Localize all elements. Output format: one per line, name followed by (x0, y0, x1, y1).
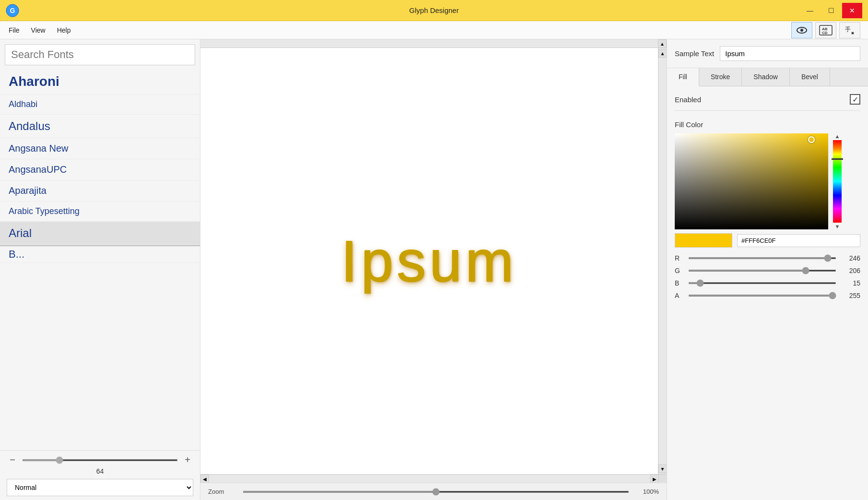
a-slider[interactable] (688, 295, 836, 297)
canvas-inner: Ipsum (200, 48, 658, 474)
font-style-dropdown[interactable]: Normal Bold Italic Bold Italic (7, 479, 193, 496)
export-icon: 手 (843, 24, 856, 37)
canvas-sample-text: Ipsum (341, 228, 517, 294)
a-label: A (675, 292, 683, 299)
g-slider-row: G 206 (675, 267, 860, 274)
b-slider[interactable] (688, 282, 836, 284)
canvas-wrapper: Ipsum (200, 48, 658, 474)
font-item-next[interactable]: B... (0, 245, 200, 263)
search-fonts-input[interactable] (5, 44, 195, 65)
g-slider[interactable] (688, 270, 836, 272)
scrollbar-corner (659, 475, 667, 482)
svg-point-3 (800, 29, 803, 32)
a-value: 255 (841, 292, 860, 299)
svg-text:G: G (10, 7, 15, 14)
tab-shadow[interactable]: Shadow (742, 68, 790, 86)
color-preview-row (675, 233, 860, 248)
enabled-row: Enabled ✓ (675, 94, 860, 111)
right-panel: Sample Text Fill Stroke Shadow Bevel Ena… (667, 39, 868, 500)
font-size-value: 64 (7, 467, 193, 475)
eye-icon (796, 25, 808, 35)
menu-bar: File View Help AB CD 手 (0, 21, 868, 39)
title-bar: G Glyph Designer — ☐ ✕ (0, 0, 868, 21)
canvas-area: ▲ Ipsum ▲ ▼ ◀ ▶ Zoom (200, 39, 667, 500)
zoom-slider[interactable] (243, 491, 629, 493)
b-slider-row: B 15 (675, 279, 860, 287)
font-item-andalus[interactable]: Andalus (0, 115, 200, 138)
hue-arrow-down[interactable]: ▼ (835, 224, 840, 229)
svg-text:CD: CD (822, 31, 828, 35)
maximize-button[interactable]: ☐ (821, 3, 841, 18)
scroll-down-arrow[interactable]: ▼ (658, 464, 667, 473)
font-item-angsana-upc[interactable]: AngsanaUPC (0, 159, 200, 180)
font-item-aldhabi[interactable]: Aldhabi (0, 95, 200, 115)
color-hex-input[interactable] (737, 234, 860, 247)
fill-color-label: Fill Color (675, 120, 860, 129)
b-value: 15 (841, 279, 860, 287)
menu-view[interactable]: View (26, 24, 50, 36)
preview-tool-button[interactable] (791, 22, 812, 38)
export-tool-button[interactable]: 手 (839, 22, 860, 38)
scroll-up-arrow[interactable]: ▲ (658, 49, 667, 58)
r-label: R (675, 254, 683, 262)
font-item-arial[interactable]: Arial (0, 222, 200, 245)
enabled-label: Enabled (675, 95, 701, 104)
hue-bar[interactable] (833, 140, 842, 223)
sample-text-row: Sample Text (667, 39, 868, 68)
close-button[interactable]: ✕ (842, 3, 862, 18)
left-panel: Aharoni Aldhabi Andalus Angsana New Angs… (0, 39, 200, 500)
enabled-checkbox[interactable]: ✓ (850, 94, 860, 105)
font-item-aparajita[interactable]: Aparajita (0, 180, 200, 202)
hue-arrow-up[interactable]: ▲ (835, 133, 840, 139)
app-title: Glyph Designer (409, 6, 458, 14)
zoom-bar: Zoom 100% (200, 483, 667, 500)
tab-fill[interactable]: Fill (667, 68, 699, 86)
color-swatch[interactable] (675, 233, 732, 248)
app-icon: G (6, 4, 19, 17)
canvas-vscroll[interactable]: ▲ ▼ (658, 48, 667, 474)
r-slider-row: R 246 (675, 254, 860, 262)
b-label: B (675, 279, 683, 287)
size-decrease-button[interactable]: − (7, 454, 18, 465)
g-value: 206 (841, 267, 860, 274)
menu-items: File View Help (4, 24, 75, 36)
font-item-angsana-new[interactable]: Angsana New (0, 138, 200, 159)
a-slider-row: A 255 (675, 292, 860, 299)
minimize-button[interactable]: — (800, 3, 820, 18)
scroll-right-button[interactable]: ▶ (650, 475, 659, 483)
color-picker: ▲ ▼ (675, 133, 860, 229)
r-slider[interactable] (688, 257, 836, 259)
menu-tools: AB CD 手 (791, 22, 860, 38)
main-layout: Aharoni Aldhabi Andalus Angsana New Angs… (0, 39, 868, 500)
font-size-slider[interactable] (22, 459, 178, 461)
ab-cd-icon: AB CD (819, 25, 833, 36)
tabs-row: Fill Stroke Shadow Bevel (667, 68, 868, 86)
color-gradient-area[interactable] (675, 133, 828, 229)
font-item-arabic-typesetting[interactable]: Arabic Typesetting (0, 202, 200, 222)
sample-text-input[interactable] (720, 46, 860, 61)
scroll-up-button[interactable]: ▲ (658, 39, 667, 48)
size-slider-row: − + (7, 454, 193, 465)
font-list: Aharoni Aldhabi Andalus Angsana New Angs… (0, 67, 200, 450)
hue-bar-container: ▲ ▼ (831, 133, 844, 229)
title-bar-left: G (6, 4, 19, 17)
zoom-label: Zoom (208, 488, 237, 495)
menu-file[interactable]: File (4, 24, 24, 36)
svg-text:手: 手 (845, 26, 851, 33)
tab-stroke[interactable]: Stroke (699, 68, 742, 86)
size-increase-button[interactable]: + (182, 454, 193, 465)
sample-text-label: Sample Text (675, 49, 714, 58)
fill-content: Enabled ✓ Fill Color ▲ (667, 86, 868, 500)
hue-indicator (832, 158, 843, 160)
window-controls: — ☐ ✕ (800, 3, 862, 18)
tab-bevel[interactable]: Bevel (790, 68, 830, 86)
glyphs-tool-button[interactable]: AB CD (815, 22, 836, 38)
scroll-left-button[interactable]: ◀ (200, 475, 209, 483)
font-size-controls: − + 64 Normal Bold Italic Bold Italic (0, 450, 200, 500)
r-value: 246 (841, 254, 860, 262)
menu-help[interactable]: Help (52, 24, 76, 36)
rgba-sliders: R 246 G 206 B 15 A 255 (675, 254, 860, 299)
g-label: G (675, 267, 683, 274)
zoom-percent: 100% (635, 488, 659, 495)
font-item-aharoni[interactable]: Aharoni (0, 69, 200, 95)
